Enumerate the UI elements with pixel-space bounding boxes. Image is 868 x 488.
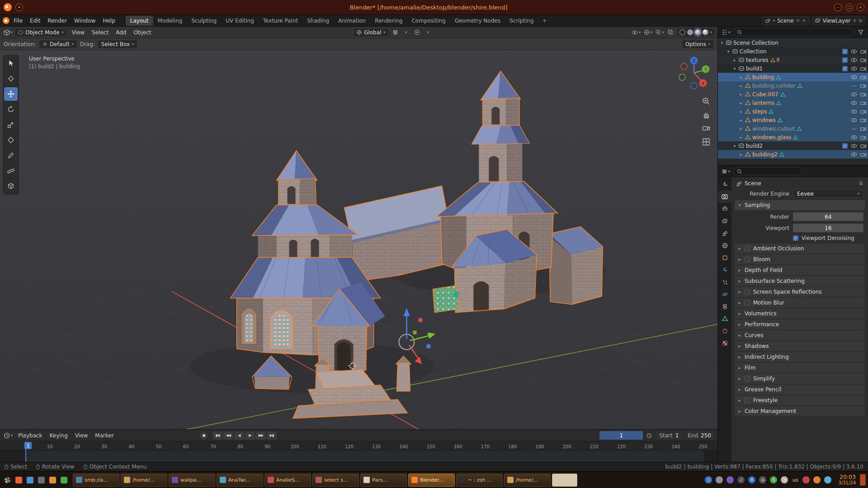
pin-icon[interactable] [859, 181, 863, 186]
tray-icon[interactable]: B [748, 476, 755, 483]
launcher-icon[interactable] [47, 475, 57, 485]
outliner-row[interactable]: ▸ building2 [718, 150, 868, 159]
properties-editor-type-button[interactable]: ▾ [721, 167, 731, 176]
taskbar-window-button[interactable]: Blender... [408, 474, 455, 487]
timeline-ruler[interactable]: 1020304050607080901001101201301401501601… [0, 441, 717, 450]
viewport-menu-item[interactable]: Object [130, 28, 155, 37]
transport-button[interactable]: ◀ [234, 432, 244, 440]
shading-rendered-button[interactable] [703, 29, 708, 35]
outliner-item-label[interactable]: building [752, 74, 774, 80]
outliner-item-label[interactable]: windows.glass [752, 134, 791, 141]
visibility-eye-icon[interactable] [851, 66, 857, 71]
gizmo-axis-z-neg[interactable] [691, 83, 697, 89]
render-camera-icon[interactable] [860, 58, 866, 62]
tab-tool[interactable] [719, 179, 731, 190]
timeline-menu-item[interactable]: Playback [14, 431, 46, 440]
minimize-button[interactable]: – [834, 4, 842, 11]
show-desktop-button[interactable] [860, 474, 866, 486]
ortho-grid-icon[interactable] [702, 138, 710, 146]
window-menu-icon[interactable]: ▾ [15, 4, 23, 11]
timeline-menu-item[interactable]: Keying [46, 431, 71, 440]
section-checkbox[interactable] [745, 300, 750, 305]
render-camera-icon[interactable] [860, 144, 866, 148]
outliner-row[interactable]: ▸ windows.glass [718, 133, 868, 141]
orientation-dropdown[interactable]: Global▾ [353, 28, 389, 37]
overlays-dropdown[interactable]: ▾ [655, 28, 665, 37]
visibility-eye-icon[interactable] [851, 109, 857, 114]
scene-selector[interactable]: ▾ Scene × + [762, 16, 809, 25]
workspace-tab[interactable]: Scripting [505, 16, 538, 26]
tab-material[interactable] [719, 325, 731, 336]
transport-button[interactable]: ◀◀ [223, 432, 233, 440]
tray-icon[interactable] [802, 476, 810, 483]
proportional-falloff-dropdown[interactable]: ▾ [423, 28, 432, 37]
camera-view-icon[interactable] [702, 124, 710, 132]
visibility-eye-closed-icon[interactable] [851, 127, 857, 131]
transport-button[interactable]: ▶▶ [256, 432, 266, 440]
viewlayer-selector[interactable]: ViewLayer × ⧉ [812, 16, 865, 25]
start-frame-field[interactable]: Start1 [656, 431, 682, 440]
gizmos-dropdown[interactable]: ▾ [643, 28, 653, 37]
expand-open-icon[interactable]: ▾ [732, 144, 737, 148]
mode-dropdown[interactable]: Object Mode▾ [14, 28, 67, 37]
viewport-3d[interactable]: User Perspective (1) build2 | building [0, 50, 717, 429]
outliner-row[interactable]: ▾ Scene Collection [718, 38, 868, 47]
outliner-row[interactable]: ▸ building [718, 73, 868, 81]
tab-modifiers[interactable] [719, 264, 731, 275]
visibility-eye-icon[interactable] [851, 92, 857, 97]
frame-clock-icon[interactable] [645, 431, 654, 440]
visibility-dropdown[interactable]: ▾ [631, 28, 642, 37]
zoom-icon[interactable] [702, 97, 710, 105]
render-camera-icon[interactable] [860, 127, 866, 131]
workspace-tab[interactable]: Texture Paint [259, 16, 302, 26]
properties-section-header[interactable]: ▸ Freestyle [735, 395, 865, 405]
tray-icon[interactable]: × [781, 476, 788, 483]
properties-section-header[interactable]: ▸ Indirect Lighting [735, 352, 865, 362]
clock[interactable]: 20:03 3/31/24 [838, 474, 856, 486]
outliner-row[interactable]: ▸ lanterns [718, 99, 868, 107]
tab-world[interactable] [719, 240, 731, 251]
tray-icon[interactable]: ♪ [737, 476, 745, 483]
tool-cursor[interactable] [4, 72, 18, 85]
tray-icon[interactable] [824, 476, 831, 483]
app-menu-item[interactable]: Render [44, 16, 71, 25]
tool-move[interactable] [4, 87, 18, 101]
gizmo-axis-x-neg[interactable] [681, 63, 687, 70]
collection-checkbox[interactable]: ✓ [842, 66, 848, 71]
properties-search-input[interactable] [733, 167, 802, 175]
visibility-eye-icon[interactable] [851, 75, 857, 80]
tab-constraints[interactable] [719, 301, 731, 312]
app-menu-button[interactable] [2, 475, 12, 485]
tray-icon[interactable] [726, 476, 734, 483]
outliner-row[interactable]: ▾ build2 ✓ [718, 141, 868, 150]
close-button[interactable]: × [857, 4, 864, 11]
viewlayer-copy-icon[interactable]: ⧉ [859, 18, 862, 23]
tool-transform[interactable] [4, 133, 18, 147]
collection-checkbox[interactable]: ✓ [842, 49, 848, 54]
render-camera-icon[interactable] [860, 135, 866, 140]
transport-button[interactable]: ▮◀ [212, 432, 222, 440]
snap-magnet-icon[interactable] [391, 28, 400, 37]
visibility-eye-closed-icon[interactable] [851, 84, 857, 88]
timeline-track[interactable] [0, 450, 717, 462]
properties-section-header[interactable]: ▸ Shadows [735, 341, 865, 351]
orientation-default-dropdown[interactable]: Default▾ [39, 40, 77, 49]
launcher-icon[interactable] [59, 475, 69, 485]
taskbar-window-button[interactable]: select s... [312, 474, 359, 487]
transport-button[interactable]: ▶▮ [267, 432, 277, 440]
workspace-tab[interactable]: Rendering [370, 16, 407, 26]
tool-measure[interactable] [4, 164, 18, 178]
gizmo-axis-y-neg[interactable] [679, 74, 685, 80]
scene-new-icon[interactable]: + [802, 18, 806, 23]
collection-checkbox[interactable]: ✓ [842, 143, 848, 149]
properties-section-header[interactable]: ▸ Curves [735, 330, 865, 340]
tab-render[interactable] [719, 191, 731, 202]
render-camera-icon[interactable] [860, 152, 866, 157]
taskbar-window-button[interactable] [552, 474, 577, 487]
render-camera-icon[interactable] [860, 109, 866, 114]
taskbar-window-button[interactable]: ~ : zsh ... [456, 474, 503, 487]
visibility-eye-icon[interactable] [851, 49, 857, 54]
tray-icon[interactable] [716, 476, 723, 483]
taskbar-window-button[interactable]: /home/... [504, 474, 551, 487]
timeline-playhead[interactable]: 1 [25, 441, 26, 462]
